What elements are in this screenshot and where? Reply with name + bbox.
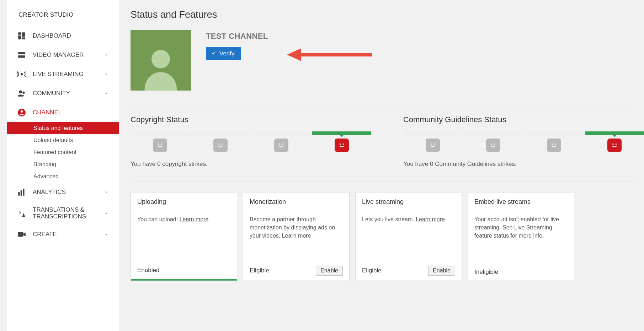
- nav-label: LIVE STREAMING: [33, 71, 104, 78]
- happy-face-icon: [335, 139, 349, 152]
- subnav-advanced[interactable]: Advanced: [7, 170, 119, 183]
- svg-point-26: [431, 143, 432, 145]
- learn-more-link[interactable]: Learn more: [416, 216, 445, 222]
- svg-point-35: [615, 143, 616, 145]
- live-streaming-icon: [17, 70, 26, 79]
- copyright-status-bar: [131, 131, 371, 135]
- svg-rect-13: [23, 189, 24, 196]
- feature-footer: Enabled: [137, 262, 230, 279]
- feature-title: Embed live streams: [474, 198, 568, 210]
- divider: [131, 104, 633, 104]
- feature-card-monetization: Monetization Become a partner through mo…: [243, 192, 350, 281]
- svg-point-31: [552, 143, 553, 145]
- feature-title: Monetization: [250, 198, 343, 210]
- sidebar-item-dashboard[interactable]: DASHBOARD: [7, 26, 119, 45]
- status-segment: [525, 131, 584, 135]
- sidebar-item-channel[interactable]: CHANNEL: [7, 103, 119, 122]
- sidebar: CREATOR STUDIO DASHBOARD VIDEO MANAGER L…: [7, 0, 119, 331]
- nav-label: TRANSLATIONS & TRANSCRIPTIONS: [33, 207, 104, 220]
- svg-point-6: [21, 73, 23, 76]
- subnav-branding[interactable]: Branding: [7, 158, 119, 170]
- svg-rect-1: [22, 32, 25, 37]
- svg-rect-2: [18, 36, 21, 39]
- svg-rect-4: [18, 52, 25, 54]
- learn-more-link[interactable]: Learn more: [180, 216, 209, 222]
- feature-status: Ineligible: [474, 268, 498, 276]
- create-icon: [17, 230, 26, 239]
- sidebar-item-community[interactable]: COMMUNITY: [7, 84, 119, 103]
- feature-card-uploading: Uploading You can upload! Learn more Ena…: [131, 192, 237, 281]
- community-status-text: You have 0 Community Guidelines strikes.: [403, 161, 644, 168]
- sidebar-item-create[interactable]: CREATE: [7, 225, 119, 244]
- neutral-face-icon: [486, 139, 500, 152]
- feature-status: Eligible: [362, 267, 382, 274]
- annotation-arrow: [287, 46, 372, 65]
- community-status-title: Community Guidelines Status: [403, 115, 644, 124]
- video-manager-icon: [17, 50, 26, 60]
- neutral-face-icon: [274, 139, 288, 152]
- copyright-status-text: You have 0 copyright strikes.: [131, 161, 371, 168]
- community-status-block: Community Guidelines Status You have 0 C…: [403, 115, 644, 168]
- copyright-status-title: Copyright Status: [131, 115, 371, 124]
- feature-card-embed-live: Embed live streams Your account isn't en…: [468, 192, 574, 281]
- feature-desc-text: You can upload!: [137, 216, 180, 222]
- svg-point-22: [282, 143, 283, 145]
- status-segment: [252, 131, 311, 135]
- feature-description: Lets you live stream. Learn more: [362, 215, 455, 261]
- svg-point-29: [494, 143, 495, 145]
- sad-face-icon: [426, 139, 440, 152]
- nav-label: ANALYTICS: [33, 189, 104, 196]
- svg-point-27: [434, 143, 435, 145]
- page-title: Status and Features: [131, 9, 644, 20]
- channel-name: TEST CHANNEL: [206, 32, 268, 41]
- feature-footer: Eligible Enable: [250, 261, 343, 281]
- channel-subnav: Status and features Upload defaults Feat…: [7, 122, 119, 183]
- sidebar-item-live-streaming[interactable]: LIVE STREAMING: [7, 65, 119, 84]
- sidebar-item-translations[interactable]: TRANSLATIONS & TRANSCRIPTIONS: [7, 202, 119, 225]
- feature-footer: Ineligible: [474, 264, 568, 281]
- sidebar-item-analytics[interactable]: ANALYTICS: [7, 183, 119, 202]
- svg-rect-12: [21, 190, 22, 196]
- neutral-face-icon: [547, 139, 561, 152]
- verify-button[interactable]: Verify: [206, 47, 241, 60]
- svg-point-18: [218, 143, 219, 145]
- sidebar-item-video-manager[interactable]: VIDEO MANAGER: [7, 45, 119, 65]
- check-icon: [211, 51, 217, 56]
- feature-description: Become a partner through monetization by…: [250, 215, 343, 261]
- svg-point-8: [22, 92, 25, 94]
- chevron-down-icon: [104, 232, 109, 237]
- svg-rect-11: [18, 192, 20, 196]
- svg-point-15: [151, 50, 170, 69]
- enable-button[interactable]: Enable: [316, 266, 343, 276]
- channel-header: TEST CHANNEL Verify: [131, 30, 644, 91]
- feature-cards-row: Uploading You can upload! Learn more Ena…: [131, 192, 644, 281]
- nav-label: DASHBOARD: [33, 32, 113, 39]
- status-segment: [191, 131, 250, 135]
- nav-label: CHANNEL: [33, 109, 113, 116]
- feature-title: Live streaming: [362, 198, 455, 210]
- dashboard-icon: [17, 31, 26, 40]
- subnav-status-features[interactable]: Status and features: [7, 122, 119, 134]
- svg-rect-14: [18, 232, 23, 237]
- feature-card-live-streaming: Live streaming Lets you live stream. Lea…: [355, 192, 462, 281]
- channel-avatar: [131, 30, 191, 91]
- enable-button[interactable]: Enable: [428, 266, 455, 276]
- status-segment: [403, 131, 462, 135]
- avatar-placeholder-icon: [138, 44, 184, 91]
- feature-footer: Eligible Enable: [362, 261, 455, 281]
- learn-more-link[interactable]: Learn more: [282, 233, 311, 239]
- copyright-status-faces: [131, 139, 371, 152]
- community-status-faces: [403, 139, 644, 152]
- feature-title: Uploading: [137, 198, 230, 210]
- svg-point-21: [279, 143, 280, 145]
- subnav-upload-defaults[interactable]: Upload defaults: [7, 134, 119, 146]
- svg-point-10: [21, 110, 23, 113]
- svg-rect-0: [18, 32, 21, 35]
- svg-point-32: [555, 143, 556, 145]
- analytics-icon: [17, 188, 26, 197]
- status-segment: [464, 131, 523, 135]
- subnav-featured-content[interactable]: Featured content: [7, 146, 119, 158]
- feature-description: Your account isn't enabled for live stre…: [474, 215, 568, 264]
- main-content: Status and Features TEST CHANNEL Verify …: [119, 0, 644, 331]
- feature-status: Enabled: [137, 267, 159, 274]
